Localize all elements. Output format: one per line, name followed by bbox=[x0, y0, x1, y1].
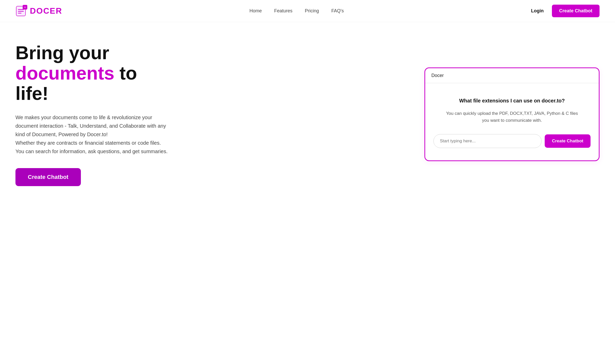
docer-logo-icon: ≡ bbox=[15, 5, 28, 17]
svg-text:≡: ≡ bbox=[24, 6, 26, 9]
nav-link-features[interactable]: Features bbox=[274, 8, 293, 13]
chat-widget-body: What file extensions I can use on docer.… bbox=[425, 83, 599, 160]
chat-question: What file extensions I can use on docer.… bbox=[459, 98, 565, 104]
logo-link[interactable]: ≡ DOCER bbox=[15, 5, 62, 17]
hero-desc-2: document interaction - Talk, Understand,… bbox=[15, 123, 166, 129]
nav-item-pricing[interactable]: Pricing bbox=[305, 8, 319, 14]
nav-actions: Login Create Chatbot bbox=[531, 5, 600, 17]
nav-item-faqs[interactable]: FAQ's bbox=[331, 8, 344, 14]
nav-create-chatbot-button[interactable]: Create Chatbot bbox=[552, 5, 600, 17]
nav-item-features[interactable]: Features bbox=[274, 8, 293, 14]
hero-description: We makes your documents come to life & r… bbox=[15, 113, 175, 156]
navbar: ≡ DOCER Home Features Pricing FAQ's Logi… bbox=[0, 0, 615, 22]
hero-create-chatbot-button[interactable]: Create Chatbot bbox=[15, 168, 81, 186]
hero-title-line1: Bring your bbox=[15, 42, 109, 63]
chat-widget-header: Docer bbox=[425, 68, 599, 83]
hero-left: Bring your documents to life! We makes y… bbox=[15, 43, 175, 186]
nav-links: Home Features Pricing FAQ's bbox=[250, 8, 344, 14]
chat-widget-title: Docer bbox=[431, 73, 444, 78]
logo-text: DOCER bbox=[30, 6, 62, 16]
nav-link-pricing[interactable]: Pricing bbox=[305, 8, 319, 13]
nav-item-home[interactable]: Home bbox=[250, 8, 262, 14]
hero-desc-3: kind of Document, Powered by Docer.to! bbox=[15, 132, 108, 137]
hero-desc-1: We makes your documents come to life & r… bbox=[15, 115, 152, 120]
chat-answer: You can quickly upload the PDF, DOCX,TXT… bbox=[445, 110, 579, 124]
nav-link-home[interactable]: Home bbox=[250, 8, 262, 13]
chat-create-chatbot-button[interactable]: Create Chatbot bbox=[545, 134, 591, 148]
hero-title: Bring your documents to life! bbox=[15, 43, 175, 104]
chat-widget: Docer What file extensions I can use on … bbox=[424, 67, 600, 161]
chat-input[interactable] bbox=[433, 134, 542, 148]
login-button[interactable]: Login bbox=[531, 8, 544, 14]
hero-desc-4: Whether they are contracts or financial … bbox=[15, 140, 161, 146]
chat-input-row: Create Chatbot bbox=[433, 134, 591, 148]
hero-title-highlight: documents bbox=[15, 63, 114, 83]
nav-link-faqs[interactable]: FAQ's bbox=[331, 8, 344, 13]
hero-right: Docer What file extensions I can use on … bbox=[424, 67, 600, 161]
hero-desc-5: You can search for information, ask ques… bbox=[15, 149, 168, 154]
hero-section: Bring your documents to life! We makes y… bbox=[0, 22, 615, 202]
